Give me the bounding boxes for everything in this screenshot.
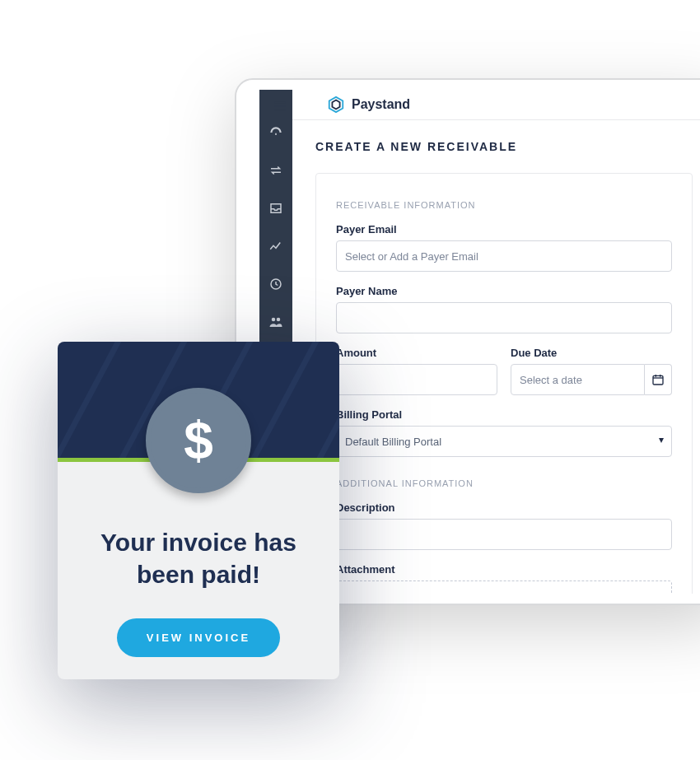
- svg-point-4: [272, 318, 276, 322]
- calendar-button[interactable]: [645, 364, 672, 395]
- section-additional-info: ADDITIONAL INFORMATION: [336, 478, 672, 488]
- inbox-icon[interactable]: [266, 198, 286, 218]
- due-date-input[interactable]: [511, 364, 645, 395]
- label-payer-email: Payer Email: [336, 223, 672, 235]
- dashboard-icon[interactable]: [266, 123, 286, 142]
- description-input[interactable]: [336, 519, 672, 550]
- customers-icon[interactable]: [266, 312, 286, 332]
- amount-input[interactable]: [336, 364, 497, 395]
- svg-point-5: [277, 318, 281, 322]
- main-area: Paystand CREATE A NEW RECEIVABLE RECEIVA…: [292, 90, 700, 594]
- analytics-icon[interactable]: [266, 236, 286, 256]
- menu-toggle[interactable]: [271, 97, 289, 115]
- form-panel: RECEIVABLE INFORMATION Payer Email Payer…: [315, 173, 693, 594]
- section-receivable-info: RECEIVABLE INFORMATION: [336, 200, 672, 210]
- calendar-icon: [651, 373, 665, 386]
- page-body: CREATE A NEW RECEIVABLE RECEIVABLE INFOR…: [292, 120, 700, 594]
- history-icon[interactable]: [266, 274, 286, 294]
- label-due-date: Due Date: [511, 347, 672, 359]
- attachment-dropzone[interactable]: [336, 580, 672, 594]
- paystand-logo-icon: [327, 96, 345, 114]
- invoice-paid-card: $ Your invoice has been paid! VIEW INVOI…: [58, 342, 339, 679]
- svg-marker-7: [332, 100, 339, 110]
- dollar-coin-icon: $: [146, 388, 251, 493]
- transfers-icon[interactable]: [266, 161, 286, 180]
- label-description: Description: [336, 501, 672, 514]
- svg-rect-8: [653, 375, 663, 385]
- view-invoice-button[interactable]: VIEW INVOICE: [117, 618, 280, 657]
- billing-portal-select[interactable]: Default Billing Portal: [336, 426, 672, 457]
- topbar: Paystand: [292, 90, 700, 120]
- paid-title: Your invoice has been paid!: [77, 526, 320, 590]
- payer-email-input[interactable]: [336, 240, 672, 272]
- label-attachment: Attachment: [336, 563, 672, 576]
- label-amount: Amount: [336, 347, 497, 359]
- payer-name-input[interactable]: [336, 302, 672, 333]
- label-billing-portal: Billing Portal: [336, 408, 672, 421]
- brand-name: Paystand: [352, 97, 410, 112]
- label-payer-name: Payer Name: [336, 285, 672, 297]
- page-title: CREATE A NEW RECEIVABLE: [315, 140, 693, 153]
